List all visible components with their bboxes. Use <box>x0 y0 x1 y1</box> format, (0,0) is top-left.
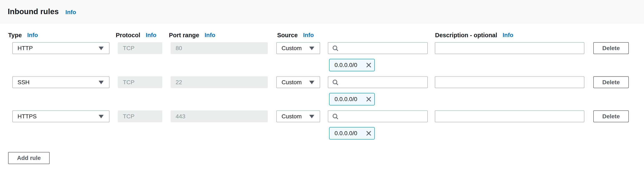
source-label: Source <box>277 32 298 39</box>
inbound-rules-panel: Inbound rules Info Type Info Protocol In… <box>0 0 644 178</box>
protocol-value: TCP <box>123 79 134 86</box>
protocol-field: TCP <box>118 42 162 54</box>
source-search-input[interactable] <box>328 42 428 54</box>
type-select[interactable]: SSH <box>12 76 110 88</box>
caret-down-icon <box>309 115 314 118</box>
caret-down-icon <box>309 47 314 50</box>
source-search-field[interactable] <box>342 77 427 88</box>
type-select-value: SSH <box>18 79 30 86</box>
source-tag: 0.0.0.0/0 <box>329 59 375 71</box>
remove-source-button[interactable] <box>366 130 372 136</box>
port-range-value: 22 <box>176 79 182 86</box>
protocol-value: TCP <box>123 45 134 52</box>
add-rule-button[interactable]: Add rule <box>8 152 50 164</box>
type-info-link[interactable]: Info <box>27 32 38 38</box>
remove-source-button[interactable] <box>366 96 372 102</box>
description-label: Description - optional <box>435 32 497 39</box>
source-search-input[interactable] <box>328 76 428 88</box>
source-search-field[interactable] <box>342 42 427 54</box>
source-tag: 0.0.0.0/0 <box>329 127 375 140</box>
description-input[interactable] <box>435 42 584 54</box>
type-select[interactable]: HTTPS <box>12 110 110 122</box>
source-select-value: Custom <box>282 45 302 52</box>
source-search-field[interactable] <box>342 111 427 122</box>
source-tag-value: 0.0.0.0/0 <box>334 62 366 68</box>
column-label-description: Description - optional Info <box>435 31 513 39</box>
port-range-field: 80 <box>170 42 268 54</box>
type-select-value: HTTPS <box>18 113 37 120</box>
remove-source-button[interactable] <box>366 62 372 68</box>
caret-down-icon <box>99 81 104 84</box>
source-tag-value: 0.0.0.0/0 <box>334 130 366 137</box>
protocol-label: Protocol <box>116 32 140 39</box>
delete-button[interactable]: Delete <box>593 42 629 54</box>
caret-down-icon <box>99 115 104 118</box>
close-icon <box>366 130 372 136</box>
source-select-value: Custom <box>282 79 302 86</box>
column-label-port-range: Port range Info <box>169 31 215 39</box>
panel-header: Inbound rules Info <box>0 0 644 23</box>
port-range-value: 80 <box>176 45 182 52</box>
delete-button[interactable]: Delete <box>593 110 629 122</box>
close-icon <box>366 96 372 102</box>
close-icon <box>366 62 372 68</box>
port-range-label: Port range <box>169 32 199 39</box>
source-select[interactable]: Custom <box>276 42 320 54</box>
description-input[interactable] <box>435 76 584 88</box>
source-select[interactable]: Custom <box>276 110 320 122</box>
port-range-field: 22 <box>170 76 268 88</box>
page-title: Inbound rules <box>8 0 59 23</box>
search-icon <box>332 45 339 52</box>
search-icon <box>332 79 339 86</box>
search-icon <box>332 113 339 120</box>
description-info-link[interactable]: Info <box>502 32 513 38</box>
protocol-field: TCP <box>118 110 162 122</box>
title-info-link[interactable]: Info <box>66 9 76 16</box>
port-range-info-link[interactable]: Info <box>204 32 215 38</box>
source-select[interactable]: Custom <box>276 76 320 88</box>
type-select[interactable]: HTTP <box>12 42 110 54</box>
source-info-link[interactable]: Info <box>303 32 314 38</box>
description-input[interactable] <box>435 110 584 122</box>
caret-down-icon <box>99 47 104 50</box>
column-label-protocol: Protocol Info <box>116 31 156 39</box>
protocol-field: TCP <box>118 76 162 88</box>
delete-button[interactable]: Delete <box>593 76 629 88</box>
column-label-type: Type Info <box>8 31 38 39</box>
caret-down-icon <box>309 81 314 84</box>
protocol-value: TCP <box>123 113 134 120</box>
source-select-value: Custom <box>282 113 302 120</box>
type-label: Type <box>8 32 22 39</box>
source-tag: 0.0.0.0/0 <box>329 93 375 105</box>
port-range-value: 443 <box>176 113 186 120</box>
source-search-input[interactable] <box>328 110 428 122</box>
protocol-info-link[interactable]: Info <box>146 32 156 38</box>
column-label-source: Source Info <box>277 31 314 39</box>
type-select-value: HTTP <box>18 45 33 52</box>
source-tag-value: 0.0.0.0/0 <box>334 96 366 102</box>
port-range-field: 443 <box>170 110 268 122</box>
